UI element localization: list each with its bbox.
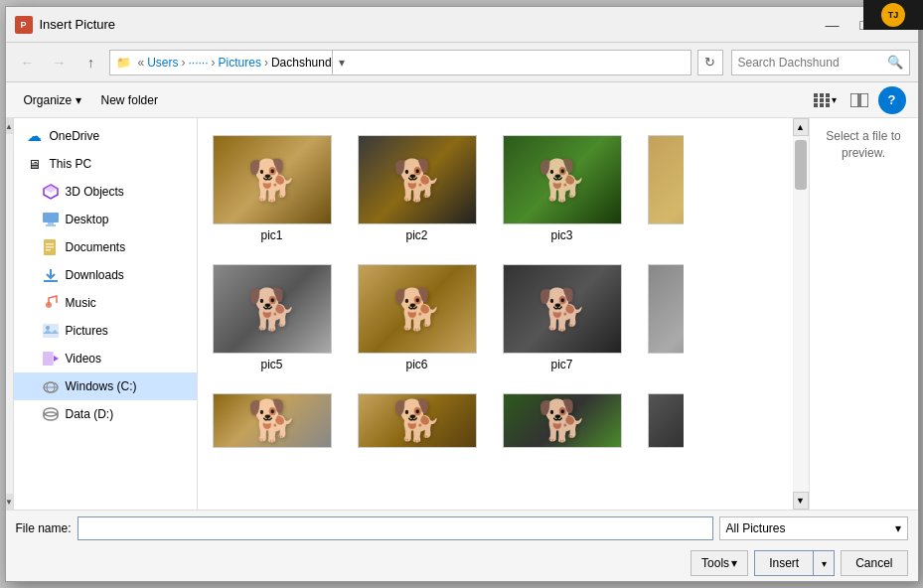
main-area: ▲ ▼ ☁ OneDrive 🖥 This PC 3D Objects (6, 118, 918, 510)
new-folder-button[interactable]: New folder (95, 87, 164, 113)
sidebar-item-pictures[interactable]: Pictures (14, 317, 197, 345)
sidebar-label-onedrive: OneDrive (50, 129, 100, 143)
filetype-dropdown[interactable]: All Pictures ▾ (719, 516, 908, 540)
sidebar-item-3dobjects[interactable]: 3D Objects (14, 178, 197, 206)
svg-rect-23 (43, 352, 53, 366)
svg-rect-10 (860, 93, 868, 107)
forward-button[interactable]: → (46, 50, 74, 75)
preview-toggle-button[interactable] (845, 87, 874, 113)
help-button[interactable]: ? (878, 86, 906, 114)
sidebar-scroll-down[interactable]: ▼ (6, 494, 14, 510)
file-item-pic4[interactable]: 🐕 pic4 (641, 128, 684, 249)
sidebar-item-downloads[interactable]: Downloads (14, 261, 197, 289)
preview-text: Select a file to preview. (816, 128, 912, 162)
breadcrumb-sep-1: › (182, 56, 186, 70)
filename-input[interactable] (77, 516, 713, 540)
svg-rect-1 (820, 93, 824, 97)
file-item-pic9[interactable]: 🐕 (206, 386, 339, 455)
search-icon: 🔍 (887, 55, 903, 70)
tools-label: Tools (701, 556, 729, 570)
sidebar-label-3dobjects: 3D Objects (66, 185, 124, 199)
sidebar-item-windowsc[interactable]: Windows (C:) (14, 372, 197, 400)
file-item-pic1[interactable]: 🐕 pic1 (206, 128, 339, 249)
sidebar: ☁ OneDrive 🖥 This PC 3D Objects Desktop (14, 118, 198, 510)
insert-button-main[interactable]: Insert (755, 551, 814, 575)
insert-dropdown-arrow[interactable]: ▾ (814, 551, 834, 575)
dog-image-4: 🐕 (683, 157, 684, 204)
back-button[interactable]: ← (14, 50, 42, 75)
thumbnail-pic2: 🐕 (358, 135, 477, 224)
breadcrumb-sep-0: « (138, 56, 145, 70)
watermark: TJ (863, 0, 923, 30)
breadcrumb-users[interactable]: Users (147, 56, 178, 70)
svg-rect-3 (814, 98, 818, 102)
organize-button[interactable]: Organize ▾ (18, 87, 87, 113)
sidebar-label-downloads: Downloads (66, 268, 124, 282)
breadcrumb-current: Dachshund (271, 56, 332, 70)
breadcrumb-pictures[interactable]: Pictures (219, 56, 261, 70)
thumbnail-pic7: 🐕 (503, 264, 622, 354)
file-item-pic6[interactable]: 🐕 pic6 (351, 257, 484, 378)
svg-rect-2 (826, 93, 830, 97)
breadcrumb-dropdown[interactable]: ▾ (332, 50, 352, 75)
sidebar-label-music: Music (66, 296, 96, 310)
content-scroll-up[interactable]: ▲ (793, 118, 809, 136)
filename-pic5: pic5 (260, 358, 282, 371)
filename-row: File name: All Pictures ▾ (6, 510, 918, 545)
cancel-button[interactable]: Cancel (841, 550, 907, 576)
sidebar-label-pictures: Pictures (66, 324, 108, 338)
view-options-button[interactable]: ▾ (811, 87, 841, 113)
sidebar-item-videos[interactable]: Videos (14, 345, 197, 372)
preview-pane-icon (850, 93, 868, 107)
thumbnail-pic9: 🐕 (213, 393, 332, 448)
search-input[interactable] (738, 56, 887, 70)
dog-image-1: 🐕 (247, 157, 297, 204)
music-icon (42, 294, 60, 312)
insert-button[interactable]: Insert ▾ (754, 550, 835, 576)
sidebar-label-desktop: Desktop (66, 213, 109, 226)
thispc-icon: 🖥 (26, 155, 44, 173)
minimize-button[interactable]: — (819, 13, 846, 37)
powerpoint-badge: P (15, 16, 33, 34)
file-item-pic5[interactable]: 🐕 pic5 (206, 257, 339, 378)
file-item-pic2[interactable]: 🐕 pic2 (351, 128, 484, 249)
svg-rect-17 (46, 243, 54, 245)
file-item-pic12[interactable]: 🐕 (641, 386, 684, 455)
breadcrumb-bar: 📁 « Users › ······ › Pictures › Dachshun… (109, 50, 692, 75)
sidebar-item-documents[interactable]: Documents (14, 233, 197, 261)
breadcrumb-user[interactable]: ······ (189, 56, 209, 70)
insert-label: Insert (769, 556, 799, 570)
content-scrollbar: ▲ ▼ (793, 118, 809, 510)
sidebar-item-desktop[interactable]: Desktop (14, 206, 197, 233)
up-button[interactable]: ↑ (77, 50, 105, 75)
sidebar-item-thispc[interactable]: 🖥 This PC (14, 150, 197, 178)
dialog-title: Insert Picture (40, 17, 819, 32)
file-item-pic10[interactable]: 🐕 (351, 386, 484, 455)
file-item-pic7[interactable]: 🐕 pic7 (496, 257, 629, 378)
dog-image-11: 🐕 (538, 397, 587, 444)
dog-image-8: 🐕 (683, 286, 684, 333)
content-scroll-thumb[interactable] (795, 140, 807, 190)
sidebar-item-datad[interactable]: Data (D:) (14, 400, 197, 428)
svg-point-22 (46, 326, 50, 330)
sidebar-item-music[interactable]: Music (14, 289, 197, 317)
thumbnail-pic10: 🐕 (358, 393, 477, 448)
dog-image-3: 🐕 (538, 157, 587, 204)
file-item-pic8[interactable]: 🐕 pic8 (641, 257, 684, 378)
file-item-pic11[interactable]: 🐕 (496, 386, 629, 455)
file-item-pic3[interactable]: 🐕 pic3 (496, 128, 629, 249)
refresh-button[interactable]: ↻ (697, 50, 723, 75)
svg-rect-19 (46, 249, 51, 251)
sidebar-scroll-up[interactable]: ▲ (6, 118, 14, 134)
svg-rect-18 (46, 246, 54, 248)
tools-button[interactable]: Tools ▾ (691, 550, 748, 576)
content-scroll-down[interactable]: ▼ (793, 492, 809, 510)
svg-rect-20 (44, 280, 58, 282)
svg-marker-24 (54, 356, 59, 362)
file-grid-container: 🐕 pic1 🐕 pic2 🐕 pic3 (198, 118, 684, 510)
filetype-arrow: ▾ (895, 521, 901, 535)
sidebar-item-onedrive[interactable]: ☁ OneDrive (14, 122, 197, 150)
thumbnail-pic3: 🐕 (503, 135, 622, 224)
thumbnail-pic5: 🐕 (213, 264, 332, 354)
desktop-icon (42, 211, 60, 228)
